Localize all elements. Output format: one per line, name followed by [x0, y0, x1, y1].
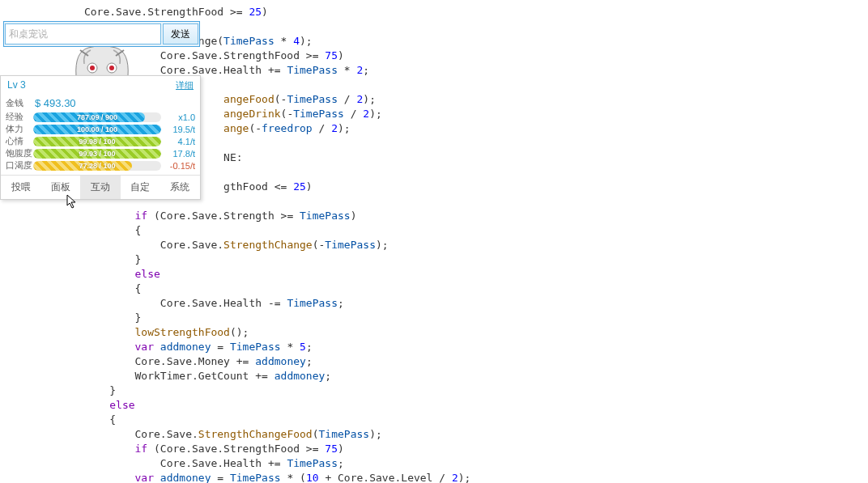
- stat-rate: 17.8/t: [161, 149, 195, 159]
- stat-bar: 99.93 / 100: [33, 149, 162, 159]
- stat-row-1: 体力 100.00 / 100 19.5/t: [1, 123, 200, 135]
- stat-bar-text: 99.93 / 100: [33, 149, 162, 159]
- send-button[interactable]: 发送: [163, 23, 198, 44]
- level-label: Lv 3: [7, 79, 26, 91]
- pet-avatar[interactable]: [68, 44, 136, 78]
- tab-4[interactable]: 系统: [160, 176, 200, 199]
- status-panel: Lv 3 详细 金钱 $ 493.30 经验 787.09 / 900 x1.0…: [0, 75, 201, 200]
- svg-point-3: [109, 66, 114, 70]
- stat-label: 经验: [6, 111, 33, 123]
- stat-bar: 787.09 / 900: [33, 112, 162, 122]
- stat-label: 心情: [6, 135, 33, 147]
- pet-character-icon: [68, 44, 136, 78]
- stat-rate: 19.5/t: [161, 125, 195, 134]
- stat-bar: 100.00 / 100: [33, 125, 162, 134]
- stat-row-2: 心情 99.98 / 100 4.1/t: [1, 135, 200, 147]
- stat-row-0: 经验 787.09 / 900 x1.0: [1, 111, 200, 123]
- stat-bar: 77.28 / 100: [33, 161, 162, 171]
- stat-rate: x1.0: [161, 112, 195, 122]
- money-value: $ 493.30: [35, 97, 76, 109]
- stat-bar-text: 99.98 / 100: [33, 137, 162, 146]
- detail-link[interactable]: 详细: [176, 79, 194, 91]
- stat-bar-text: 787.09 / 900: [33, 112, 162, 122]
- money-label: 金钱: [6, 97, 33, 109]
- stat-label: 口渴度: [6, 159, 33, 172]
- stat-row-3: 饱腹度 99.93 / 100 17.8/t: [1, 147, 200, 159]
- tab-1[interactable]: 面板: [40, 176, 80, 199]
- tab-2[interactable]: 互动: [80, 176, 120, 199]
- stat-bar: 99.98 / 100: [33, 137, 162, 146]
- tabs-bar: 投喂面板互动自定系统: [1, 175, 200, 199]
- stat-rate: -0.15/t: [161, 161, 195, 171]
- stat-label: 体力: [6, 123, 33, 135]
- chat-panel: 发送: [3, 21, 200, 47]
- stat-bar-text: 77.28 / 100: [33, 161, 162, 171]
- chat-input[interactable]: [5, 23, 161, 44]
- tab-0[interactable]: 投喂: [1, 176, 40, 199]
- tab-3[interactable]: 自定: [121, 176, 160, 199]
- stat-label: 饱腹度: [6, 147, 33, 159]
- stat-bar-text: 100.00 / 100: [33, 125, 162, 134]
- svg-point-1: [90, 66, 95, 70]
- stat-row-4: 口渴度 77.28 / 100 -0.15/t: [1, 159, 200, 172]
- stat-rate: 4.1/t: [161, 137, 195, 146]
